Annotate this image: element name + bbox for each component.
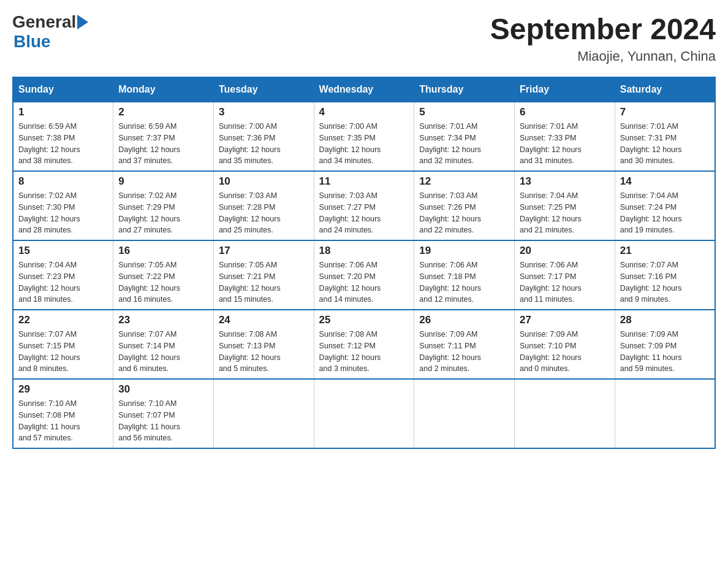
logo-triangle-icon: [77, 15, 88, 29]
col-saturday: Saturday: [615, 77, 715, 102]
calendar-title: September 2024: [490, 12, 716, 46]
day-number: 25: [319, 314, 409, 326]
day-number: 8: [18, 175, 108, 188]
table-row: 27 Sunrise: 7:09 AMSunset: 7:10 PMDaylig…: [515, 310, 615, 379]
logo-general-text: General: [12, 12, 76, 32]
calendar-subtitle: Miaojie, Yunnan, China: [490, 48, 716, 64]
page-header: General Blue September 2024 Miaojie, Yun…: [12, 12, 716, 64]
day-info: Sunrise: 7:01 AMSunset: 7:33 PMDaylight:…: [520, 121, 610, 167]
day-info: Sunrise: 7:08 AMSunset: 7:12 PMDaylight:…: [319, 329, 409, 375]
calendar-week-row: 15 Sunrise: 7:04 AMSunset: 7:23 PMDaylig…: [13, 240, 715, 310]
day-info: Sunrise: 7:07 AMSunset: 7:15 PMDaylight:…: [18, 329, 108, 375]
day-info: Sunrise: 7:09 AMSunset: 7:11 PMDaylight:…: [419, 329, 509, 375]
day-number: 9: [118, 175, 208, 188]
logo-blue-text: Blue: [13, 32, 51, 52]
calendar-header-row: Sunday Monday Tuesday Wednesday Thursday…: [13, 77, 715, 102]
table-row: [615, 379, 715, 448]
day-info: Sunrise: 7:06 AMSunset: 7:20 PMDaylight:…: [319, 259, 409, 305]
day-number: 27: [520, 314, 610, 326]
col-friday: Friday: [515, 77, 615, 102]
day-number: 4: [319, 106, 409, 118]
day-number: 11: [319, 175, 409, 188]
calendar-week-row: 22 Sunrise: 7:07 AMSunset: 7:15 PMDaylig…: [13, 310, 715, 379]
table-row: 20 Sunrise: 7:06 AMSunset: 7:17 PMDaylig…: [515, 240, 615, 310]
day-info: Sunrise: 7:06 AMSunset: 7:17 PMDaylight:…: [520, 259, 610, 305]
day-info: Sunrise: 7:03 AMSunset: 7:26 PMDaylight:…: [419, 190, 509, 236]
day-number: 2: [118, 106, 208, 118]
table-row: 2 Sunrise: 6:59 AMSunset: 7:37 PMDayligh…: [113, 102, 214, 171]
day-info: Sunrise: 7:09 AMSunset: 7:10 PMDaylight:…: [520, 329, 610, 375]
day-number: 18: [319, 245, 409, 257]
day-number: 22: [18, 314, 108, 326]
table-row: 22 Sunrise: 7:07 AMSunset: 7:15 PMDaylig…: [13, 310, 113, 379]
table-row: 6 Sunrise: 7:01 AMSunset: 7:33 PMDayligh…: [515, 102, 615, 171]
table-row: 3 Sunrise: 7:00 AMSunset: 7:36 PMDayligh…: [213, 102, 314, 171]
table-row: 28 Sunrise: 7:09 AMSunset: 7:09 PMDaylig…: [615, 310, 715, 379]
title-section: September 2024 Miaojie, Yunnan, China: [490, 12, 716, 64]
day-number: 17: [219, 245, 309, 257]
day-info: Sunrise: 7:07 AMSunset: 7:14 PMDaylight:…: [118, 329, 208, 375]
table-row: 18 Sunrise: 7:06 AMSunset: 7:20 PMDaylig…: [314, 240, 414, 310]
table-row: 25 Sunrise: 7:08 AMSunset: 7:12 PMDaylig…: [314, 310, 414, 379]
day-number: 14: [620, 175, 710, 188]
table-row: 13 Sunrise: 7:04 AMSunset: 7:25 PMDaylig…: [515, 171, 615, 240]
col-tuesday: Tuesday: [213, 77, 314, 102]
calendar-week-row: 29 Sunrise: 7:10 AMSunset: 7:08 PMDaylig…: [13, 379, 715, 448]
col-monday: Monday: [113, 77, 214, 102]
day-info: Sunrise: 7:00 AMSunset: 7:36 PMDaylight:…: [219, 121, 309, 167]
day-number: 13: [520, 175, 610, 188]
calendar-table: Sunday Monday Tuesday Wednesday Thursday…: [12, 77, 716, 449]
table-row: 14 Sunrise: 7:04 AMSunset: 7:24 PMDaylig…: [615, 171, 715, 240]
table-row: 16 Sunrise: 7:05 AMSunset: 7:22 PMDaylig…: [113, 240, 214, 310]
table-row: [213, 379, 314, 448]
table-row: 19 Sunrise: 7:06 AMSunset: 7:18 PMDaylig…: [414, 240, 515, 310]
table-row: 5 Sunrise: 7:01 AMSunset: 7:34 PMDayligh…: [414, 102, 515, 171]
table-row: 12 Sunrise: 7:03 AMSunset: 7:26 PMDaylig…: [414, 171, 515, 240]
table-row: [515, 379, 615, 448]
day-number: 10: [219, 175, 309, 188]
calendar-week-row: 8 Sunrise: 7:02 AMSunset: 7:30 PMDayligh…: [13, 171, 715, 240]
table-row: 29 Sunrise: 7:10 AMSunset: 7:08 PMDaylig…: [13, 379, 113, 448]
day-info: Sunrise: 7:03 AMSunset: 7:28 PMDaylight:…: [219, 190, 309, 236]
day-info: Sunrise: 7:02 AMSunset: 7:29 PMDaylight:…: [118, 190, 208, 236]
day-number: 16: [118, 245, 208, 257]
table-row: 24 Sunrise: 7:08 AMSunset: 7:13 PMDaylig…: [213, 310, 314, 379]
day-info: Sunrise: 7:10 AMSunset: 7:08 PMDaylight:…: [18, 398, 108, 444]
day-number: 7: [620, 106, 710, 118]
day-info: Sunrise: 7:08 AMSunset: 7:13 PMDaylight:…: [219, 329, 309, 375]
col-thursday: Thursday: [414, 77, 515, 102]
col-wednesday: Wednesday: [314, 77, 414, 102]
table-row: 8 Sunrise: 7:02 AMSunset: 7:30 PMDayligh…: [13, 171, 113, 240]
day-number: 28: [620, 314, 710, 326]
col-sunday: Sunday: [13, 77, 113, 102]
day-info: Sunrise: 7:10 AMSunset: 7:07 PMDaylight:…: [118, 398, 208, 444]
day-number: 1: [18, 106, 108, 118]
day-info: Sunrise: 7:05 AMSunset: 7:21 PMDaylight:…: [219, 259, 309, 305]
table-row: 9 Sunrise: 7:02 AMSunset: 7:29 PMDayligh…: [113, 171, 214, 240]
day-number: 20: [520, 245, 610, 257]
day-number: 21: [620, 245, 710, 257]
day-info: Sunrise: 7:04 AMSunset: 7:23 PMDaylight:…: [18, 259, 108, 305]
day-info: Sunrise: 7:05 AMSunset: 7:22 PMDaylight:…: [118, 259, 208, 305]
day-number: 29: [18, 383, 108, 396]
day-info: Sunrise: 7:04 AMSunset: 7:24 PMDaylight:…: [620, 190, 710, 236]
table-row: 30 Sunrise: 7:10 AMSunset: 7:07 PMDaylig…: [113, 379, 214, 448]
table-row: 1 Sunrise: 6:59 AMSunset: 7:38 PMDayligh…: [13, 102, 113, 171]
day-number: 5: [419, 106, 509, 118]
table-row: 10 Sunrise: 7:03 AMSunset: 7:28 PMDaylig…: [213, 171, 314, 240]
table-row: 4 Sunrise: 7:00 AMSunset: 7:35 PMDayligh…: [314, 102, 414, 171]
table-row: [314, 379, 414, 448]
table-row: 23 Sunrise: 7:07 AMSunset: 7:14 PMDaylig…: [113, 310, 214, 379]
day-info: Sunrise: 7:02 AMSunset: 7:30 PMDaylight:…: [18, 190, 108, 236]
logo: General Blue: [12, 12, 88, 52]
table-row: 11 Sunrise: 7:03 AMSunset: 7:27 PMDaylig…: [314, 171, 414, 240]
day-number: 6: [520, 106, 610, 118]
table-row: 17 Sunrise: 7:05 AMSunset: 7:21 PMDaylig…: [213, 240, 314, 310]
day-info: Sunrise: 7:00 AMSunset: 7:35 PMDaylight:…: [319, 121, 409, 167]
day-info: Sunrise: 7:04 AMSunset: 7:25 PMDaylight:…: [520, 190, 610, 236]
day-info: Sunrise: 7:01 AMSunset: 7:34 PMDaylight:…: [419, 121, 509, 167]
day-info: Sunrise: 7:09 AMSunset: 7:09 PMDaylight:…: [620, 329, 710, 375]
day-info: Sunrise: 7:07 AMSunset: 7:16 PMDaylight:…: [620, 259, 710, 305]
table-row: 21 Sunrise: 7:07 AMSunset: 7:16 PMDaylig…: [615, 240, 715, 310]
day-info: Sunrise: 7:03 AMSunset: 7:27 PMDaylight:…: [319, 190, 409, 236]
